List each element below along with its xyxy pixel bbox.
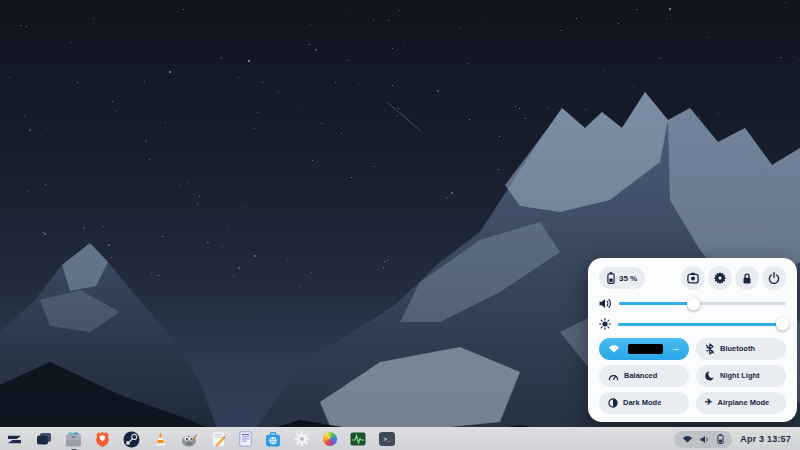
brightness-slider-handle[interactable] (776, 318, 789, 331)
screenshot-camera-icon (687, 272, 699, 284)
photos-app-button[interactable] (323, 428, 337, 450)
brightness-slider-fill (618, 323, 783, 326)
file-cabinet-icon (65, 432, 82, 447)
software-store-button[interactable] (265, 428, 281, 450)
moon-icon (705, 371, 715, 381)
settings-button[interactable] (708, 266, 732, 290)
power-button[interactable] (762, 266, 786, 290)
volume-status-icon (700, 435, 710, 444)
system-monitor-button[interactable] (350, 428, 366, 450)
wifi-ssid-redacted (628, 344, 663, 354)
volume-slider-row (599, 297, 786, 310)
window-switcher-button[interactable] (36, 428, 52, 450)
half-circle-icon (608, 398, 618, 408)
gear-icon (294, 431, 310, 447)
bluetooth-disabled-icon (705, 343, 715, 355)
overlapping-windows-icon (36, 432, 52, 446)
battery-status-button[interactable]: 35 % (599, 267, 645, 289)
taskbar-apps: >_ (6, 428, 395, 450)
green-pulse-graph-icon (350, 432, 366, 446)
wifi-status-icon (682, 435, 693, 443)
airplane-mode-label: Airplane Mode (718, 398, 770, 407)
brave-lion-shield-icon (95, 431, 110, 448)
steam-button[interactable] (123, 428, 140, 450)
terminal-prompt-icon: >_ (379, 432, 395, 446)
desktop: 35 % (0, 0, 800, 450)
airplane-icon: ✈ (705, 398, 713, 407)
quick-toggle-grid: → Bluetooth Balanced Night Light Dark Mo… (599, 338, 786, 414)
terminal-button[interactable]: >_ (379, 428, 395, 450)
gear-icon (714, 272, 726, 284)
system-tray: Apr 3 13:57 (674, 431, 794, 448)
quick-settings-panel: 35 % (588, 258, 797, 422)
airplane-mode-toggle[interactable]: ✈ Airplane Mode (696, 392, 786, 414)
quick-settings-header: 35 % (599, 266, 786, 290)
settings-app-button[interactable] (294, 428, 310, 450)
session-buttons (681, 266, 786, 290)
writer-button[interactable] (239, 428, 252, 450)
gimp-wilber-icon (181, 432, 198, 447)
taskbar: >_ Apr 3 13:57 (0, 427, 800, 450)
wifi-toggle[interactable]: → (599, 338, 689, 360)
wifi-arrow-icon[interactable]: → (671, 344, 680, 353)
dark-mode-toggle[interactable]: Dark Mode (599, 392, 689, 414)
blue-briefcase-globe-icon (265, 432, 281, 447)
zorin-logo-icon (6, 431, 23, 448)
battery-percent-label: 35 % (619, 274, 637, 283)
power-icon (768, 272, 780, 284)
bluetooth-toggle[interactable]: Bluetooth (696, 338, 786, 360)
volume-slider-fill (619, 302, 694, 305)
clock[interactable]: Apr 3 13:57 (740, 434, 794, 444)
speaker-icon (599, 298, 612, 309)
brightness-slider-row (599, 318, 786, 331)
brightness-slider-track[interactable] (618, 323, 786, 326)
steam-piston-icon (123, 431, 140, 448)
traffic-cone-icon (153, 431, 168, 447)
battery-status-icon (717, 434, 724, 444)
status-icons-button[interactable] (674, 431, 732, 448)
brightness-icon (599, 318, 611, 330)
notepad-pencil-icon (211, 431, 226, 447)
power-profile-label: Balanced (624, 371, 657, 380)
power-profile-toggle[interactable]: Balanced (599, 365, 689, 387)
brave-browser-button[interactable] (95, 428, 110, 450)
lock-button[interactable] (735, 266, 759, 290)
lock-icon (742, 273, 752, 284)
zorin-menu-button[interactable] (6, 428, 23, 450)
night-light-label: Night Light (720, 371, 760, 380)
gauge-icon (608, 371, 619, 381)
screenshot-button[interactable] (681, 266, 705, 290)
battery-icon (607, 272, 615, 284)
text-document-icon (239, 431, 252, 447)
wifi-icon (608, 344, 620, 353)
volume-slider-handle[interactable] (687, 297, 700, 310)
text-editor-button[interactable] (211, 428, 226, 450)
files-app-button[interactable] (65, 428, 82, 450)
dark-mode-label: Dark Mode (623, 398, 661, 407)
gimp-button[interactable] (181, 428, 198, 450)
color-splash-icon (323, 432, 337, 446)
volume-slider-track[interactable] (619, 302, 786, 305)
vlc-button[interactable] (153, 428, 168, 450)
bluetooth-label: Bluetooth (720, 344, 755, 353)
night-light-toggle[interactable]: Night Light (696, 365, 786, 387)
